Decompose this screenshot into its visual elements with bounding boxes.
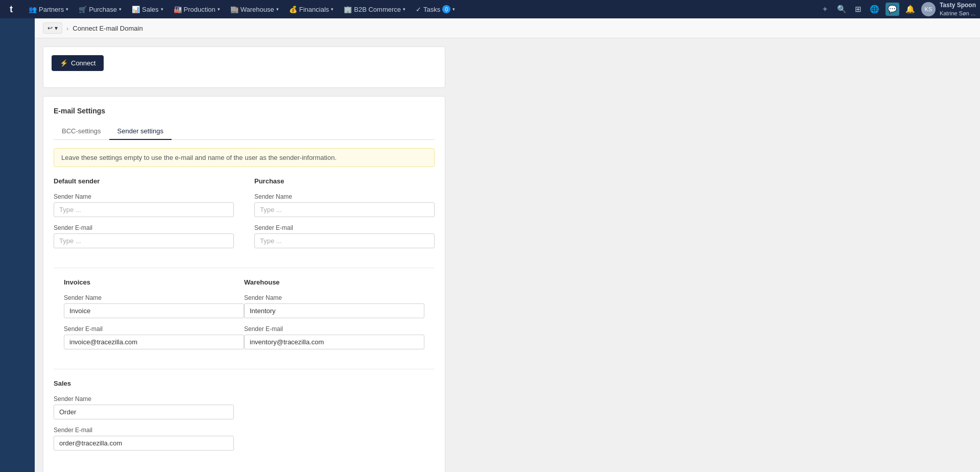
add-button[interactable]: ＋ <box>819 2 831 16</box>
main-content: ↩ ▾ › Connect E-mail Domain ⚡ Connect E-… <box>35 18 980 472</box>
sales-sender-name-label: Sender Name <box>54 395 234 403</box>
section-divider-1 <box>54 268 435 268</box>
tab-sender-settings[interactable]: Sender settings <box>109 123 172 140</box>
default-sender-name-label: Sender Name <box>54 193 234 200</box>
app-logo[interactable]: t <box>4 2 18 16</box>
sidebar <box>0 18 35 472</box>
nav-item-tasks[interactable]: ✓ Tasks 0 ▾ <box>412 3 459 15</box>
chevron-down-icon: ▾ <box>403 7 405 12</box>
default-sender-email-input[interactable] <box>54 233 234 248</box>
warehouse-section-label: Warehouse <box>244 278 424 288</box>
nav-item-sales[interactable]: 📊 Sales ▾ <box>128 4 168 15</box>
nav-item-warehouse[interactable]: 🏬 Warehouse ▾ <box>226 4 283 15</box>
purchase-sender-email-group: Sender E-mail <box>254 224 435 248</box>
invoices-section: Invoices Sender Name Sender E-mail <box>54 278 244 367</box>
nav-right-actions: ＋ 🔍 ⊞ 🌐 💬 🔔 KS Tasty Spoon Katrine Søn .… <box>819 2 976 17</box>
chevron-down-icon: ▾ <box>331 7 333 12</box>
production-icon: 🏭 <box>174 6 182 13</box>
sales-section-right-placeholder <box>244 380 435 468</box>
nav-item-b2b[interactable]: 🏢 B2B Commerce ▾ <box>340 4 410 15</box>
purchase-sender-email-input[interactable] <box>254 233 435 248</box>
default-sender-email-label: Sender E-mail <box>54 224 234 231</box>
purchase-sender-name-input[interactable] <box>254 202 435 217</box>
dropdown-icon: ▾ <box>55 25 58 32</box>
notifications-button[interactable]: 🔔 <box>903 3 917 16</box>
invoices-sender-name-input[interactable] <box>64 303 244 318</box>
warehouse-sender-name-group: Sender Name <box>244 294 424 318</box>
purchase-section-label: Purchase <box>254 177 435 187</box>
breadcrumb-current-page: Connect E-mail Domain <box>73 25 142 32</box>
chat-button[interactable]: 💬 <box>886 3 899 16</box>
default-sender-name-input[interactable] <box>54 202 234 217</box>
chevron-down-icon: ▾ <box>276 7 279 12</box>
purchase-section: Purchase Sender Name Sender E-mail <box>244 177 435 266</box>
invoices-sender-name-group: Sender Name <box>64 294 244 318</box>
user-info: Tasty Spoon Katrine Søn ... <box>940 2 976 17</box>
purchase-sender-name-group: Sender Name <box>254 193 435 217</box>
connect-button[interactable]: ⚡ Connect <box>52 55 104 71</box>
purchase-icon: 🛒 <box>79 6 87 13</box>
invoices-sender-email-input[interactable] <box>64 335 244 349</box>
partners-icon: 👥 <box>29 6 37 13</box>
chevron-down-icon: ▾ <box>452 7 455 12</box>
email-settings-card: E-mail Settings BCC-settings Sender sett… <box>43 96 445 472</box>
default-sender-email-group: Sender E-mail <box>54 224 234 248</box>
connect-label: Connect <box>71 59 95 67</box>
info-banner: Leave these settings empty to use the e-… <box>54 148 435 167</box>
user-name: Tasty Spoon <box>940 2 976 10</box>
content-area: ⚡ Connect E-mail Settings BCC-settings S… <box>35 38 453 472</box>
financials-icon: 💰 <box>289 6 297 13</box>
nav-item-production[interactable]: 🏭 Production ▾ <box>170 4 224 15</box>
invoices-section-label: Invoices <box>64 278 244 288</box>
avatar[interactable]: KS <box>921 2 936 16</box>
back-button[interactable]: ↩ ▾ <box>43 22 62 34</box>
nav-item-financials[interactable]: 💰 Financials ▾ <box>285 4 338 15</box>
sales-section-label: Sales <box>54 380 234 389</box>
search-button[interactable]: 🔍 <box>835 3 849 16</box>
chevron-down-icon: ▾ <box>66 7 68 12</box>
breadcrumb-separator: › <box>66 25 68 32</box>
grid-view-button[interactable]: ⊞ <box>853 3 864 16</box>
chevron-down-icon: ▾ <box>218 7 220 12</box>
default-sender-section: Default sender Sender Name Sender E-mail <box>54 177 244 266</box>
warehouse-sender-email-label: Sender E-mail <box>244 325 424 333</box>
nav-item-partners[interactable]: 👥 Partners ▾ <box>25 4 73 15</box>
tasks-icon: ✓ <box>416 6 421 13</box>
user-subtitle: Katrine Søn ... <box>940 10 976 17</box>
default-sender-label: Default sender <box>54 177 234 187</box>
warehouse-sender-email-input[interactable] <box>244 335 424 349</box>
sales-icon: 📊 <box>132 6 140 13</box>
tasks-badge: 0 <box>442 5 450 13</box>
breadcrumb: ↩ ▾ › Connect E-mail Domain <box>35 18 980 38</box>
nav-item-purchase[interactable]: 🛒 Purchase ▾ <box>75 4 126 15</box>
globe-button[interactable]: 🌐 <box>868 3 881 16</box>
invoices-sender-email-group: Sender E-mail <box>64 325 244 349</box>
chevron-down-icon: ▾ <box>161 7 163 12</box>
sales-sender-name-input[interactable] <box>54 405 234 419</box>
invoices-sender-name-label: Sender Name <box>64 294 244 301</box>
avatar-initials: KS <box>925 6 933 12</box>
purchase-sender-email-label: Sender E-mail <box>254 224 435 231</box>
form-sections: Default sender Sender Name Sender E-mail… <box>54 177 435 468</box>
connect-icon: ⚡ <box>60 59 68 67</box>
b2b-icon: 🏢 <box>344 6 352 13</box>
sales-sender-email-group: Sender E-mail <box>54 427 234 451</box>
warehouse-sender-name-input[interactable] <box>244 303 424 318</box>
sales-sender-email-label: Sender E-mail <box>54 427 234 434</box>
warehouse-sender-email-group: Sender E-mail <box>244 325 424 349</box>
sales-sender-email-input[interactable] <box>54 436 234 451</box>
warehouse-section: Warehouse Sender Name Sender E-mail <box>244 278 435 367</box>
sales-section: Sales Sender Name Sender E-mail <box>54 380 244 468</box>
tab-bcc-settings[interactable]: BCC-settings <box>54 123 109 140</box>
chevron-down-icon: ▾ <box>119 7 122 12</box>
settings-tabs: BCC-settings Sender settings <box>54 123 435 140</box>
default-sender-name-group: Sender Name <box>54 193 234 217</box>
top-navigation: t 👥 Partners ▾ 🛒 Purchase ▾ 📊 Sales ▾ 🏭 … <box>0 0 980 18</box>
purchase-sender-name-label: Sender Name <box>254 193 435 200</box>
invoices-sender-email-label: Sender E-mail <box>64 325 244 333</box>
sales-sender-name-group: Sender Name <box>54 395 234 419</box>
section-divider-2 <box>54 369 435 369</box>
warehouse-icon: 🏬 <box>230 6 238 13</box>
email-settings-title: E-mail Settings <box>54 107 435 115</box>
warehouse-sender-name-label: Sender Name <box>244 294 424 301</box>
